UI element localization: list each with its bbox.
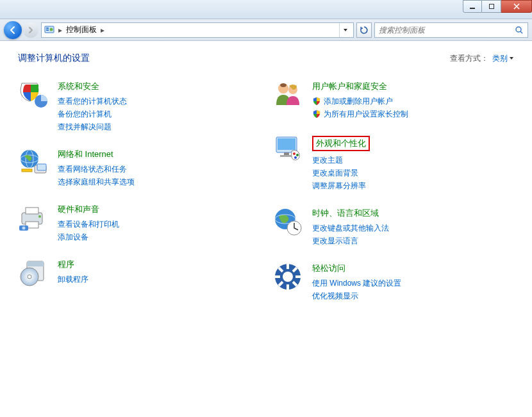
control-panel-window: ▸ 控制面板 ▸ 调整计算机的设置 查看方式： 类别 — [0, 0, 532, 417]
sublink[interactable]: 优化视频显示 — [312, 290, 401, 302]
category-body: 外观和个性化更改主题更改桌面背景调整屏幕分辨率 — [312, 135, 370, 192]
svg-point-35 — [283, 272, 293, 282]
navigation-bar: ▸ 控制面板 ▸ — [0, 19, 532, 41]
category-body: 用户帐户和家庭安全添加或删除用户帐户为所有用户设置家长控制 — [312, 79, 408, 120]
svg-rect-19 — [27, 261, 44, 266]
category-title-programs[interactable]: 程序 — [58, 259, 88, 270]
sublink[interactable]: 卸载程序 — [58, 273, 88, 286]
svg-point-28 — [293, 152, 295, 155]
system-security-icon[interactable] — [18, 79, 49, 110]
sublink[interactable]: 更改主题 — [312, 154, 370, 167]
sublink-label: 添加或删除用户帐户 — [324, 95, 393, 108]
sublink[interactable]: 使用 Windows 建议的设置 — [312, 277, 401, 290]
breadcrumb-dropdown[interactable] — [339, 23, 351, 37]
sublink[interactable]: 备份您的计算机 — [58, 108, 127, 120]
uac-shield-icon — [312, 110, 321, 119]
sublink[interactable]: 选择家庭组和共享选项 — [58, 176, 135, 188]
category-network-internet: 网络和 Internet查看网络状态和任务选择家庭组和共享选项 — [18, 147, 260, 188]
category-title-hardware-sound[interactable]: 硬件和声音 — [58, 204, 119, 215]
programs-icon[interactable] — [18, 258, 49, 288]
categories-left-column: 系统和安全查看您的计算机状态备份您的计算机查找并解决问题网络和 Internet… — [18, 79, 260, 302]
sublink[interactable]: 查看网络状态和任务 — [58, 163, 135, 176]
category-ease-of-access: 轻松访问使用 Windows 建议的设置优化视频显示 — [272, 261, 514, 302]
view-value: 类别 — [492, 53, 508, 64]
sublink[interactable]: 更改键盘或其他输入法 — [312, 222, 389, 234]
nav-buttons — [4, 21, 38, 39]
svg-rect-2 — [46, 29, 49, 31]
breadcrumb-separator: ▸ — [101, 26, 104, 35]
refresh-button[interactable] — [356, 22, 372, 38]
sublink[interactable]: 更改显示语言 — [312, 234, 389, 247]
network-internet-icon[interactable] — [18, 147, 49, 178]
svg-rect-26 — [284, 152, 289, 155]
sublink[interactable]: 查看设备和打印机 — [58, 218, 119, 231]
content-header: 调整计算机的设置 查看方式： 类别 — [18, 53, 514, 64]
user-accounts-icon[interactable] — [272, 79, 303, 110]
forward-button[interactable] — [23, 22, 38, 38]
close-icon — [513, 3, 520, 10]
minimize-button[interactable] — [463, 0, 482, 13]
view-label: 查看方式： — [450, 53, 488, 64]
titlebar — [0, 0, 532, 19]
category-title-appearance[interactable]: 外观和个性化 — [312, 136, 370, 151]
view-control: 查看方式： 类别 — [450, 53, 514, 64]
back-button[interactable] — [4, 21, 22, 39]
sublink-label: 查看您的计算机状态 — [58, 95, 127, 108]
category-body: 时钟、语言和区域更改键盘或其他输入法更改显示语言 — [312, 206, 389, 247]
refresh-icon — [360, 26, 369, 35]
sublink-label: 查找并解决问题 — [58, 120, 112, 133]
close-button[interactable] — [501, 0, 532, 13]
sublink[interactable]: 调整屏幕分辨率 — [312, 179, 370, 192]
category-body: 硬件和声音查看设备和打印机添加设备 — [58, 202, 119, 243]
clock-language-icon[interactable] — [272, 206, 303, 237]
category-title-system-security[interactable]: 系统和安全 — [58, 81, 127, 92]
svg-rect-13 — [26, 208, 38, 214]
appearance-icon[interactable] — [272, 135, 303, 165]
category-body: 轻松访问使用 Windows 建议的设置优化视频显示 — [312, 261, 401, 302]
sublink-label: 查看设备和打印机 — [58, 218, 119, 231]
content-area: 调整计算机的设置 查看方式： 类别 系统和安全查看您的计算机状态备份您的计算机查… — [0, 41, 532, 417]
sublink-label: 优化视频显示 — [312, 290, 358, 302]
breadcrumb-root[interactable]: 控制面板 — [66, 24, 97, 35]
chevron-down-icon — [509, 56, 514, 61]
svg-rect-10 — [37, 164, 46, 170]
sublink-label: 更改显示语言 — [312, 234, 358, 247]
category-body: 程序卸载程序 — [58, 258, 88, 288]
categories-grid: 系统和安全查看您的计算机状态备份您的计算机查找并解决问题网络和 Internet… — [18, 79, 514, 302]
sublink[interactable]: 添加或删除用户帐户 — [312, 95, 408, 108]
category-appearance: 外观和个性化更改主题更改桌面背景调整屏幕分辨率 — [272, 135, 514, 192]
search-box[interactable] — [374, 22, 528, 38]
svg-rect-27 — [280, 155, 293, 157]
page-title: 调整计算机的设置 — [18, 53, 90, 64]
category-title-clock-language[interactable]: 时钟、语言和区域 — [312, 208, 389, 219]
svg-rect-11 — [22, 169, 32, 172]
sublink[interactable]: 查找并解决问题 — [58, 120, 127, 133]
category-programs: 程序卸载程序 — [18, 258, 260, 288]
maximize-icon — [489, 4, 494, 9]
minimize-icon — [470, 8, 475, 9]
category-title-ease-of-access[interactable]: 轻松访问 — [312, 263, 401, 274]
svg-point-21 — [28, 275, 31, 279]
categories-right-column: 用户帐户和家庭安全添加或删除用户帐户为所有用户设置家长控制外观和个性化更改主题更… — [272, 79, 514, 302]
sublink[interactable]: 为所有用户设置家长控制 — [312, 108, 408, 120]
sublink[interactable]: 添加设备 — [58, 231, 119, 243]
ease-of-access-icon[interactable] — [272, 261, 303, 292]
hardware-sound-icon[interactable] — [18, 202, 49, 233]
sublink[interactable]: 查看您的计算机状态 — [58, 95, 127, 108]
search-icon — [515, 26, 524, 35]
sublink-label: 为所有用户设置家长控制 — [324, 108, 408, 120]
view-dropdown[interactable]: 类别 — [492, 53, 514, 64]
category-title-user-accounts[interactable]: 用户帐户和家庭安全 — [312, 81, 408, 92]
address-bar[interactable]: ▸ 控制面板 ▸ — [41, 22, 354, 38]
control-panel-icon — [44, 25, 54, 35]
category-system-security: 系统和安全查看您的计算机状态备份您的计算机查找并解决问题 — [18, 79, 260, 133]
sublink[interactable]: 更改桌面背景 — [312, 167, 370, 179]
search-input[interactable] — [379, 26, 515, 35]
maximize-button[interactable] — [482, 0, 501, 13]
sublink-label: 更改主题 — [312, 154, 343, 167]
window-controls — [463, 0, 532, 13]
category-title-network-internet[interactable]: 网络和 Internet — [58, 149, 135, 160]
sublink-label: 添加设备 — [58, 231, 88, 243]
sublink-label: 使用 Windows 建议的设置 — [312, 277, 401, 290]
sublink-label: 更改桌面背景 — [312, 167, 358, 179]
